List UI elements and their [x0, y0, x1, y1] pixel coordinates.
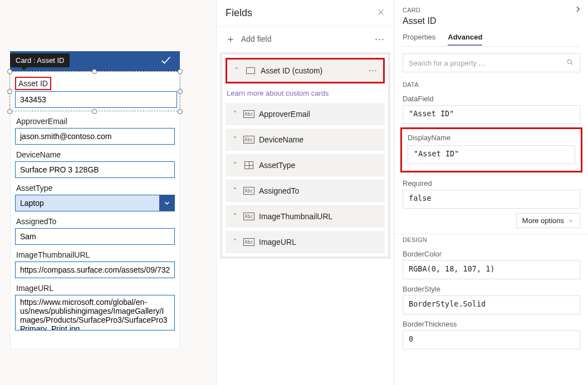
card-image-url[interactable]: ImageURL — [11, 278, 179, 333]
text-field-icon: Abc — [243, 110, 254, 118]
prop-label: Required — [403, 179, 580, 187]
section-data: DATA — [395, 79, 588, 90]
card-image-thumbnail-url[interactable]: ImageThumbnailURL — [11, 245, 179, 278]
text-field-icon: Abc — [243, 136, 254, 144]
tab-advanced[interactable]: Advanced — [448, 33, 482, 46]
svg-point-2 — [567, 60, 571, 63]
svg-line-3 — [571, 63, 572, 65]
resize-handle[interactable] — [92, 69, 97, 74]
plus-icon: ＋ — [226, 32, 236, 46]
field-row-image-url[interactable]: ˅ Abc ImageURL — [226, 231, 385, 253]
property-search-input[interactable]: Search for a property ... — [403, 53, 580, 72]
more-options-button[interactable]: More options — [516, 213, 580, 228]
field-label: AssignedTo — [259, 186, 379, 195]
add-field-label: Add field — [241, 34, 271, 43]
card-input-image-url[interactable] — [15, 295, 175, 330]
text-field-icon: Abc — [243, 187, 254, 195]
prop-value-borderthickness[interactable]: 0 — [403, 330, 580, 349]
search-icon — [566, 58, 574, 68]
prop-value-required[interactable]: false — [403, 190, 580, 209]
resize-handle[interactable] — [178, 89, 183, 94]
add-field-button[interactable]: ＋ Add field — [226, 32, 271, 46]
field-row-asset-type[interactable]: ˅ AssetType — [226, 154, 385, 176]
table-icon — [243, 161, 254, 169]
prop-value-bordercolor[interactable]: RGBA(0, 18, 107, 1) — [403, 260, 580, 279]
chevron-down-icon: ˅ — [231, 110, 239, 118]
prop-displayname-highlight: DisplayName "Asset ID" — [400, 127, 582, 172]
chevron-down-icon[interactable] — [159, 195, 175, 211]
chevron-right-icon[interactable] — [576, 6, 580, 14]
prop-datafield: DataField "Asset ID" — [395, 90, 588, 125]
field-row-image-thumbnail-url[interactable]: ˅ Abc ImageThumbnailURL — [226, 205, 385, 228]
more-options-label: More options — [522, 216, 564, 225]
prop-label: BorderColor — [403, 250, 580, 258]
canvas-area: Card : Asset ID Asset ID ApproverEmail — [0, 0, 216, 385]
fields-panel: Fields ＋ Add field ··· ˄ Asset ID (custo… — [216, 0, 394, 385]
prop-bordercolor: BorderColor RGBA(0, 18, 107, 1) — [395, 245, 588, 280]
checkmark-icon[interactable] — [160, 54, 172, 68]
card-input-image-thumbnail-url[interactable] — [15, 261, 175, 278]
card-icon — [245, 67, 256, 75]
close-icon[interactable] — [377, 8, 385, 18]
field-row-device-name[interactable]: ˅ Abc DeviceName — [226, 129, 385, 151]
text-field-icon: Abc — [243, 238, 254, 246]
card-device-name[interactable]: DeviceName — [11, 145, 179, 178]
resize-handle[interactable] — [7, 89, 12, 94]
chevron-down-icon: ˅ — [231, 136, 239, 144]
card-asset-id[interactable]: Asset ID — [11, 71, 180, 113]
card-label: ApproverEmail — [16, 117, 175, 126]
field-row-assigned-to[interactable]: ˅ Abc AssignedTo — [226, 180, 385, 202]
tab-properties[interactable]: Properties — [403, 33, 435, 46]
fields-panel-title: Fields — [226, 7, 252, 19]
field-label: ImageURL — [259, 238, 379, 246]
field-label: ApproverEmail — [259, 110, 379, 119]
resize-handle[interactable] — [7, 69, 12, 74]
prop-label: DisplayName — [408, 134, 575, 142]
card-approver-email[interactable]: ApproverEmail — [11, 111, 179, 145]
field-label: ImageThumbnailURL — [259, 212, 379, 221]
section-design: DESIGN — [395, 234, 588, 245]
prop-value-displayname[interactable]: "Asset ID" — [408, 145, 575, 164]
chevron-down-icon: ˅ — [231, 187, 239, 195]
learn-more-link[interactable]: Learn more about custom cards — [226, 87, 385, 103]
prop-value-borderstyle[interactable]: BorderStyle.Solid — [403, 295, 580, 314]
properties-panel: CARD Asset ID Properties Advanced Search… — [394, 0, 588, 385]
resize-handle[interactable] — [92, 109, 97, 114]
more-icon[interactable]: ··· — [375, 34, 385, 44]
prop-value-datafield[interactable]: "Asset ID" — [403, 105, 580, 124]
card-input-asset-id[interactable] — [15, 91, 177, 108]
card-asset-type[interactable]: AssetType — [11, 178, 179, 211]
card-label: AssetType — [16, 184, 175, 192]
chevron-down-icon: ˅ — [231, 213, 239, 220]
card-label: ImageURL — [16, 284, 175, 293]
card-label: ImageThumbnailURL — [16, 250, 175, 259]
chevron-down-icon — [567, 218, 574, 224]
card-name: Asset ID — [403, 14, 580, 33]
field-row-approver-email[interactable]: ˅ Abc ApproverEmail — [226, 103, 385, 125]
field-label: AssetType — [259, 161, 379, 170]
search-placeholder: Search for a property ... — [409, 59, 485, 67]
chevron-down-icon: ˅ — [231, 238, 239, 246]
card-tooltip: Card : Asset ID — [10, 53, 70, 67]
card-input-approver-email[interactable] — [15, 128, 175, 145]
card-select-asset-type[interactable] — [15, 195, 175, 211]
prop-label: BorderStyle — [403, 285, 580, 293]
card-caption: CARD — [403, 7, 420, 13]
chevron-up-icon: ˄ — [233, 67, 241, 75]
field-row-asset-id[interactable]: ˄ Asset ID (custom) ··· — [226, 58, 385, 83]
resize-handle[interactable] — [178, 69, 183, 74]
prop-required: Required false — [395, 175, 588, 210]
field-label: DeviceName — [259, 135, 379, 144]
prop-label: DataField — [403, 95, 580, 103]
more-icon[interactable]: ··· — [369, 66, 378, 76]
text-field-icon: Abc — [243, 213, 254, 220]
field-label: Asset ID (custom) — [261, 66, 364, 75]
prop-borderstyle: BorderStyle BorderStyle.Solid — [395, 280, 588, 315]
card-assigned-to[interactable]: AssignedTo — [11, 211, 179, 245]
card-input-assigned-to[interactable] — [15, 228, 175, 245]
card-label: Asset ID — [18, 79, 48, 88]
resize-handle[interactable] — [178, 109, 183, 114]
resize-handle[interactable] — [7, 109, 12, 114]
card-input-device-name[interactable] — [15, 161, 175, 178]
prop-borderthickness: BorderThickness 0 — [395, 315, 588, 351]
